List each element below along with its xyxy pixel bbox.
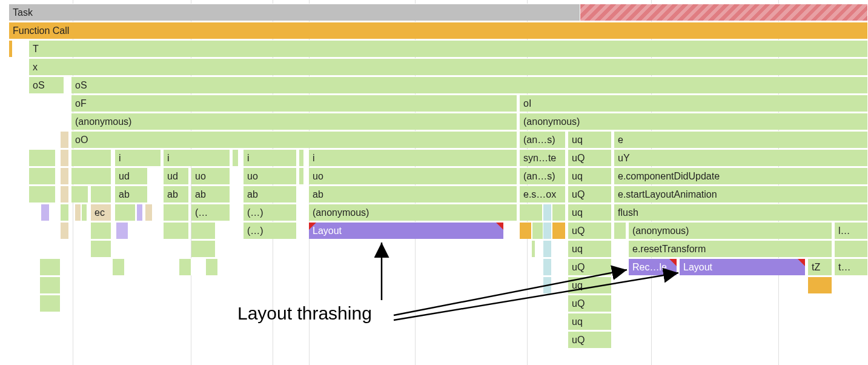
- fn-uq-1[interactable]: uq: [568, 131, 612, 148]
- fn-ud-2[interactable]: ud: [164, 167, 189, 184]
- fn-ec[interactable]: ec: [91, 204, 111, 221]
- thin-green-n[interactable]: [164, 204, 189, 221]
- fn-uq-6[interactable]: uq: [568, 313, 612, 330]
- fn-i-1[interactable]: i: [115, 149, 161, 166]
- thin-green-u[interactable]: [614, 222, 626, 239]
- fn-uQ-6[interactable]: uQ: [568, 331, 612, 348]
- fn-ab-2[interactable]: ab: [164, 186, 189, 203]
- thin-green-c[interactable]: [233, 149, 239, 166]
- thin-cyan-4[interactable]: [543, 258, 552, 275]
- thin-purple-3[interactable]: [116, 222, 128, 239]
- thin-green-b[interactable]: [71, 149, 111, 166]
- layout-2[interactable]: Layout: [680, 258, 806, 275]
- fn-uQ-1[interactable]: uQ: [568, 149, 612, 166]
- thin-green-h[interactable]: [29, 186, 56, 203]
- fn-anon-2[interactable]: (anonymous): [520, 113, 868, 130]
- fn-paren-2[interactable]: (…): [244, 204, 297, 221]
- thin-green-l[interactable]: [82, 204, 87, 221]
- thin-purple-2[interactable]: [137, 204, 143, 221]
- flame-chart[interactable]: TaskFunction CallTxoSoSoFoI(anonymous)(a…: [0, 0, 868, 365]
- fn-ab-4[interactable]: ab: [244, 186, 297, 203]
- fn-t-trunc[interactable]: t…: [835, 258, 868, 275]
- fn-uq-4[interactable]: uq: [568, 240, 612, 257]
- fn-ab-5[interactable]: ab: [309, 186, 517, 203]
- fn-uY[interactable]: uY: [614, 149, 868, 166]
- thin-green-i[interactable]: [71, 186, 88, 203]
- thin-orange-2[interactable]: [552, 222, 566, 239]
- fn-uo-3[interactable]: uo: [309, 167, 517, 184]
- fn-i-4[interactable]: i: [309, 149, 517, 166]
- thin-green-d[interactable]: [299, 149, 304, 166]
- fn-uo-1[interactable]: uo: [191, 167, 230, 184]
- thin-green-w[interactable]: [191, 240, 216, 257]
- fn-anon-4[interactable]: (anonymous): [629, 222, 832, 239]
- thin-green-g[interactable]: [299, 167, 304, 184]
- fn-ud-1[interactable]: ud: [115, 167, 148, 184]
- fn-e[interactable]: e: [614, 131, 868, 148]
- fn-anon-3[interactable]: (anonymous): [309, 204, 517, 221]
- fn-ab-1[interactable]: ab: [115, 186, 148, 203]
- fn-uq-3[interactable]: uq: [568, 204, 612, 221]
- fn-an-s-2[interactable]: (an…s): [520, 167, 566, 184]
- thin-tan-3[interactable]: [61, 167, 69, 184]
- fn-resetTransform[interactable]: e.resetTransform: [629, 240, 832, 257]
- thin-green-aa[interactable]: [113, 258, 125, 275]
- fn-t[interactable]: T: [29, 40, 868, 57]
- thin-green-m[interactable]: [115, 204, 136, 221]
- fn-oS-outer[interactable]: oS: [29, 76, 64, 93]
- thin-green-ae[interactable]: [40, 295, 61, 312]
- thin-cyan-5[interactable]: [543, 276, 552, 293]
- thin-green-x[interactable]: [532, 240, 535, 257]
- function-call-root[interactable]: Function Call: [9, 22, 868, 39]
- fn-oS-inner[interactable]: oS: [71, 76, 868, 93]
- thin-tan-4[interactable]: [61, 186, 69, 203]
- task-overrun[interactable]: [580, 4, 868, 21]
- thin-green-s[interactable]: [191, 222, 216, 239]
- fn-uQ-3[interactable]: uQ: [568, 222, 612, 239]
- thin-green-r[interactable]: [164, 222, 189, 239]
- thin-orange-3[interactable]: [808, 276, 832, 293]
- thin-green-a[interactable]: [29, 149, 56, 166]
- fn-es-ox[interactable]: e.s…ox: [520, 186, 566, 203]
- thin-tan-5[interactable]: [75, 204, 81, 221]
- thin-green-p[interactable]: [552, 204, 566, 221]
- thin-green-v[interactable]: [91, 240, 111, 257]
- thin-green-f[interactable]: [71, 167, 111, 184]
- thin-tan-2[interactable]: [61, 149, 69, 166]
- fn-startLayoutAnimation[interactable]: e.startLayoutAnimation: [614, 186, 868, 203]
- thin-green-y[interactable]: [835, 240, 868, 257]
- fn-uo-2[interactable]: uo: [244, 167, 297, 184]
- thin-green-t[interactable]: [532, 222, 543, 239]
- fn-uq-2[interactable]: uq: [568, 167, 612, 184]
- thin-orange-1[interactable]: [520, 222, 532, 239]
- thin-green-o[interactable]: [520, 204, 543, 221]
- thin-tan-7[interactable]: [61, 222, 69, 239]
- thin-tan-6[interactable]: [145, 204, 153, 221]
- thin-green-ab[interactable]: [179, 258, 191, 275]
- fn-i-2[interactable]: i: [164, 149, 230, 166]
- fn-flush[interactable]: flush: [614, 204, 868, 221]
- fn-an-s-1[interactable]: (an…s): [520, 131, 566, 148]
- fn-x[interactable]: x: [29, 58, 868, 75]
- fn-syn-te[interactable]: syn…te: [520, 149, 566, 166]
- fn-uq-5[interactable]: uq: [568, 276, 612, 293]
- thin-green-k[interactable]: [61, 204, 69, 221]
- thin-cyan-2[interactable]: [543, 222, 552, 239]
- fn-componentDidUpdate[interactable]: e.componentDidUpdate: [614, 167, 868, 184]
- fn-uQ-4[interactable]: uQ: [568, 258, 612, 275]
- fn-oO[interactable]: oO: [71, 131, 517, 148]
- fn-uQ-2[interactable]: uQ: [568, 186, 612, 203]
- thin-green-ac[interactable]: [206, 258, 218, 275]
- fn-uQ-5[interactable]: uQ: [568, 295, 612, 312]
- fn-ab-3[interactable]: ab: [191, 186, 230, 203]
- fn-anon-1[interactable]: (anonymous): [71, 113, 517, 130]
- thin-green-q[interactable]: [91, 222, 111, 239]
- fn-paren-3[interactable]: (…): [244, 222, 297, 239]
- fn-l-trunc[interactable]: l…: [835, 222, 868, 239]
- fn-i-3[interactable]: i: [244, 149, 297, 166]
- thin-green-j[interactable]: [91, 186, 111, 203]
- thin-green-z[interactable]: [40, 258, 61, 275]
- thin-cyan-3[interactable]: [543, 240, 552, 257]
- pre-t-thin[interactable]: [9, 40, 13, 57]
- thin-cyan-1[interactable]: [543, 204, 552, 221]
